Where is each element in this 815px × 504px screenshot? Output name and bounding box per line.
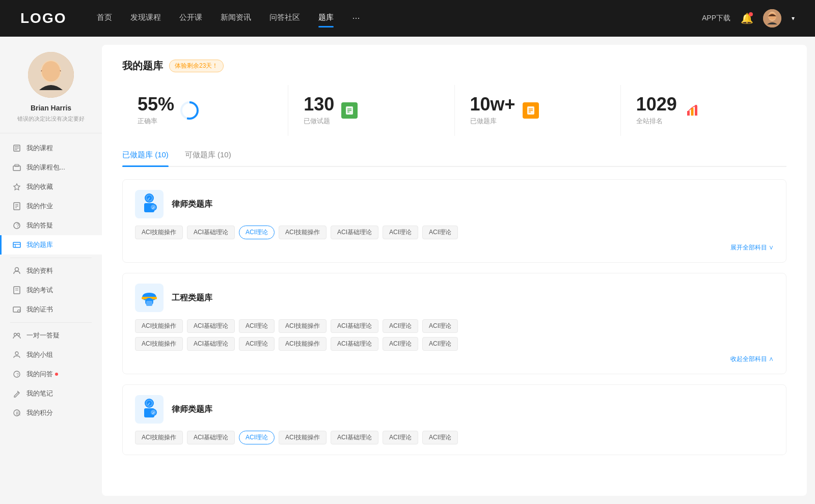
page-title: 我的题库 [122,59,163,73]
logo[interactable]: LOGO [20,10,66,26]
profile-name: Brian Harris [31,104,71,112]
done-banks-number: 10w+ [470,95,515,114]
tag-1-4[interactable]: ACI技能操作 [279,226,327,239]
exam-icon [12,286,21,295]
notification-dot [749,12,753,16]
sidebar-divider-1 [10,258,92,258]
sidebar-item-profile[interactable]: 我的资料 [0,261,102,281]
nav-qa[interactable]: 问答社区 [269,13,300,24]
tag-2r-3[interactable]: ACI理论 [239,337,275,351]
sidebar-item-points[interactable]: 积 我的积分 [0,403,102,423]
sidebar-item-questions[interactable]: ? 我的答疑 [0,216,102,235]
sidebar-label-course-package: 我的课程包... [26,163,65,172]
tag-2r-4[interactable]: ACI技能操作 [279,337,327,351]
profile-motto: 错误的决定比没有决定要好 [17,115,85,123]
sidebar-item-course-package[interactable]: 我的课程包... [0,158,102,177]
tag-1-2[interactable]: ACI基础理论 [187,226,235,239]
tag-2r-5[interactable]: ACI基础理论 [331,337,378,351]
tag-2r-2[interactable]: ACI基础理论 [187,337,235,351]
tag-2-1[interactable]: ACI技能操作 [135,319,183,333]
sidebar-label-questions: 我的答疑 [26,221,53,230]
app-download-link[interactable]: APP下载 [702,14,730,23]
tag-1-6[interactable]: ACI理论 [383,226,418,239]
nav-discover[interactable]: 发现课程 [130,13,161,24]
tag-3-2[interactable]: ACI基础理论 [187,431,235,444]
done-questions-icon [340,101,359,120]
sidebar-item-notes[interactable]: 我的笔记 [0,384,102,403]
tag-3-5[interactable]: ACI基础理论 [331,431,378,444]
engineer-icon [135,284,164,312]
bank-tags-3: ACI技能操作 ACI基础理论 ACI理论 ACI技能操作 ACI基础理论 AC… [135,431,774,444]
bank-tags-1: ACI技能操作 ACI基础理论 ACI理论 ACI技能操作 ACI基础理论 AC… [135,226,774,239]
tag-1-1[interactable]: ACI技能操作 [135,226,183,239]
avatar[interactable] [763,9,781,27]
page-header: 我的题库 体验剩余23天！ [122,59,786,73]
points-icon: 积 [12,408,21,417]
chevron-down-icon[interactable]: ▾ [792,15,795,22]
bank-card-engineer: 工程类题库 ACI技能操作 ACI基础理论 ACI理论 ACI技能操作 ACI基… [122,273,786,374]
sidebar-item-group[interactable]: 我的小组 [0,345,102,365]
stat-accuracy: 55% 正确率 [122,85,288,136]
nav-opencourse[interactable]: 公开课 [179,13,202,24]
bank-header-3: ✓ ✓ 律师类题库 [135,395,774,424]
collapse-bank-2[interactable]: 收起全部科目 ∧ [135,355,774,363]
tag-3-3[interactable]: ACI理论 [239,431,275,444]
main-content: 我的题库 体验剩余23天！ 55% 正确率 130 已做试题 [102,45,807,496]
tag-2-7[interactable]: ACI理论 [422,319,458,333]
nav-news[interactable]: 新闻资讯 [221,13,251,24]
svg-point-30 [15,352,18,355]
sidebar: Brian Harris 错误的决定比没有决定要好 我的课程 我的课程包... [0,37,102,504]
done-banks-icon [522,101,540,120]
sidebar-item-my-qa[interactable]: ? 我的问答 [0,365,102,384]
tag-2-4[interactable]: ACI技能操作 [279,319,327,333]
svg-text:积: 积 [16,411,20,416]
nav-more[interactable]: ··· [352,13,360,24]
top-navigation: LOGO 首页 发现课程 公开课 新闻资讯 问答社区 题库 ··· APP下载 … [0,0,815,37]
nav-home[interactable]: 首页 [97,13,112,24]
sidebar-item-questionbank[interactable]: 我的题库 [0,235,102,255]
bank-title-1: 律师类题库 [172,199,212,210]
tab-done-banks[interactable]: 已做题库 (10) [122,150,169,166]
profile-avatar [28,52,74,98]
svg-point-29 [17,333,20,336]
sidebar-divider-2 [10,322,92,323]
trial-badge: 体验剩余23天！ [169,60,224,72]
done-banks-label: 已做题库 [470,117,515,126]
nav-right-section: APP下载 🔔 ▾ [702,9,795,27]
tag-2r-1[interactable]: ACI技能操作 [135,337,183,351]
tag-1-3[interactable]: ACI理论 [239,226,275,239]
sidebar-item-exam[interactable]: 我的考试 [0,281,102,300]
lawyer-icon-2: ✓ ✓ [135,395,164,424]
svg-rect-19 [13,242,20,247]
svg-rect-44 [687,111,690,116]
tag-1-5[interactable]: ACI基础理论 [331,226,378,239]
expand-bank-1[interactable]: 展开全部科目 ∨ [135,243,774,252]
sidebar-item-1on1[interactable]: 一对一答疑 [0,326,102,345]
sidebar-item-courses[interactable]: 我的课程 [0,138,102,158]
tag-2r-6[interactable]: ACI理论 [383,337,418,351]
certificate-icon [12,305,21,314]
tag-3-7[interactable]: ACI理论 [422,431,458,444]
tag-2-3[interactable]: ACI理论 [239,319,275,333]
tag-2-2[interactable]: ACI基础理论 [187,319,235,333]
nav-questions[interactable]: 题库 [318,13,334,24]
my-qa-icon: ? [12,370,21,379]
qa-notification-dot [55,373,58,376]
tag-3-1[interactable]: ACI技能操作 [135,431,183,444]
tag-3-4[interactable]: ACI技能操作 [279,431,327,444]
tag-2-6[interactable]: ACI理论 [383,319,418,333]
svg-marker-12 [14,184,20,190]
pie-center [182,103,197,118]
sidebar-label-profile: 我的资料 [26,266,53,275]
sidebar-item-favorites[interactable]: 我的收藏 [0,177,102,197]
group-icon [12,350,21,359]
tag-3-6[interactable]: ACI理论 [383,431,418,444]
sidebar-item-certificate[interactable]: 我的证书 [0,300,102,319]
notification-bell[interactable]: 🔔 [741,12,753,24]
tag-1-7[interactable]: ACI理论 [422,226,458,239]
tab-available-banks[interactable]: 可做题库 (10) [185,150,231,166]
ranking-number: 1029 [636,95,677,114]
tag-2-5[interactable]: ACI基础理论 [331,319,378,333]
sidebar-item-homework[interactable]: 我的作业 [0,197,102,216]
tag-2r-7[interactable]: ACI理论 [422,337,458,351]
